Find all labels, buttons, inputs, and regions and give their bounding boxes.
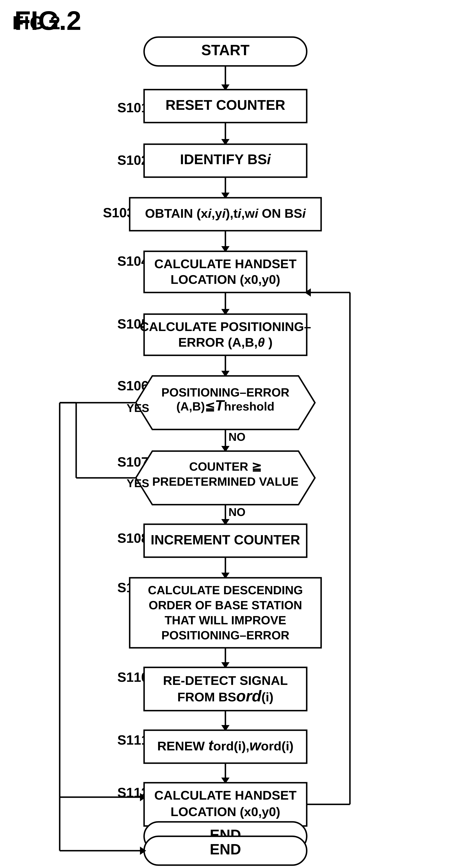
- svg-text:RENEW tord(i),word(i): RENEW tord(i),word(i): [157, 737, 293, 753]
- svg-text:POSITIONING–ERROR: POSITIONING–ERROR: [161, 385, 289, 399]
- svg-text:RESET COUNTER: RESET COUNTER: [165, 97, 285, 113]
- svg-text:THAT WILL IMPROVE: THAT WILL IMPROVE: [165, 613, 286, 627]
- svg-text:FROM BSord(i): FROM BSord(i): [178, 687, 273, 705]
- svg-text:PREDETERMINED VALUE: PREDETERMINED VALUE: [152, 475, 298, 488]
- svg-text:CALCULATE HANDSET: CALCULATE HANDSET: [154, 257, 296, 271]
- svg-text:LOCATION (x0,y0): LOCATION (x0,y0): [171, 272, 280, 286]
- flowchart-svg: FIG.2 START S101 RESET COUNTER S102 IDEN…: [0, 0, 451, 868]
- svg-text:YES: YES: [127, 477, 149, 490]
- svg-text:POSITIONING–ERROR: POSITIONING–ERROR: [161, 628, 289, 642]
- svg-text:START: START: [201, 42, 250, 58]
- svg-text:IDENTIFY BSi: IDENTIFY BSi: [180, 151, 271, 167]
- svg-text:RE-DETECT SIGNAL: RE-DETECT SIGNAL: [163, 673, 288, 688]
- svg-text:CALCULATE HANDSET: CALCULATE HANDSET: [154, 788, 296, 802]
- svg-text:ERROR (A,B,θ ): ERROR (A,B,θ ): [178, 335, 272, 349]
- svg-text:INCREMENT COUNTER: INCREMENT COUNTER: [151, 532, 300, 547]
- svg-text:NO: NO: [228, 506, 246, 519]
- svg-text:ORDER OF BASE STATION: ORDER OF BASE STATION: [149, 598, 302, 612]
- svg-text:(A,B)≦Threshold: (A,B)≦Threshold: [176, 397, 275, 413]
- svg-text:CALCULATE POSITIONING–: CALCULATE POSITIONING–: [140, 319, 311, 334]
- svg-text:LOCATION (x0,y0): LOCATION (x0,y0): [171, 805, 280, 819]
- svg-text:CALCULATE DESCENDING: CALCULATE DESCENDING: [148, 583, 303, 597]
- svg-text:OBTAIN (xi,yi),ti,wi ON BSi: OBTAIN (xi,yi),ti,wi ON BSi: [145, 206, 306, 220]
- svg-text:YES: YES: [127, 402, 149, 414]
- svg-text:END: END: [210, 841, 241, 858]
- svg-text:COUNTER ≧: COUNTER ≧: [189, 460, 262, 473]
- svg-text:FIG.2: FIG.2: [14, 6, 81, 36]
- svg-text:NO: NO: [228, 431, 246, 443]
